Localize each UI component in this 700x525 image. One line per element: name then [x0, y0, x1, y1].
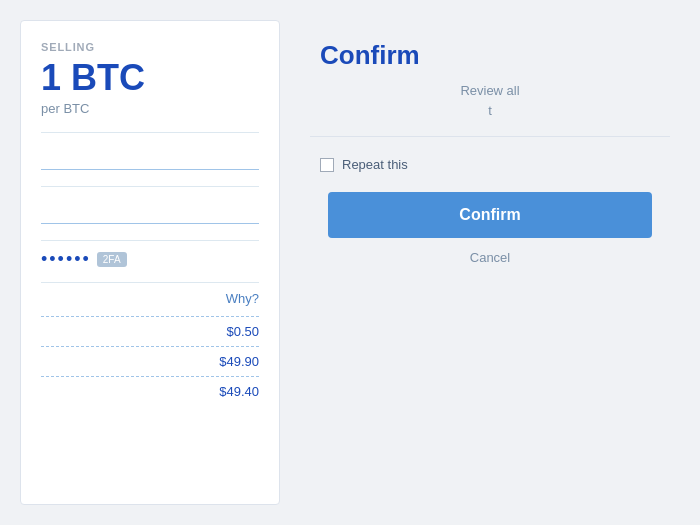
fee-amount-1: $0.50: [226, 324, 259, 339]
confirm-subtitle: Review allt: [460, 81, 519, 120]
confirm-button[interactable]: Confirm: [328, 192, 652, 238]
total-input[interactable]: [41, 195, 259, 224]
password-row: •••••• 2FA: [41, 249, 259, 270]
divider-1: [41, 132, 259, 133]
fee-row-2: $49.90: [41, 351, 259, 372]
password-dots: ••••••: [41, 249, 91, 270]
fee-amount-3: $49.40: [219, 384, 259, 399]
price-input[interactable]: [41, 141, 259, 170]
divider-4: [41, 282, 259, 283]
right-divider: [310, 136, 670, 137]
right-panel: Confirm Review allt Repeat this Confirm …: [280, 0, 700, 525]
repeat-label: Repeat this: [342, 157, 408, 172]
repeat-checkbox[interactable]: [320, 158, 334, 172]
per-btc-label: per BTC: [41, 101, 259, 116]
fee-divider-1: [41, 316, 259, 317]
btc-amount: 1 BTC: [41, 57, 259, 99]
fee-amount-2: $49.90: [219, 354, 259, 369]
fee-divider-3: [41, 376, 259, 377]
why-link[interactable]: Why?: [41, 291, 259, 306]
fee-divider-2: [41, 346, 259, 347]
divider-2: [41, 186, 259, 187]
fee-row-1: $0.50: [41, 321, 259, 342]
2fa-badge: 2FA: [97, 252, 127, 267]
cancel-link[interactable]: Cancel: [470, 250, 510, 265]
left-panel: SELLING 1 BTC per BTC •••••• 2FA Why? $0…: [20, 20, 280, 505]
selling-label: SELLING: [41, 41, 259, 53]
divider-3: [41, 240, 259, 241]
repeat-row: Repeat this: [320, 157, 408, 172]
confirm-title: Confirm: [320, 40, 420, 71]
fee-row-3: $49.40: [41, 381, 259, 402]
